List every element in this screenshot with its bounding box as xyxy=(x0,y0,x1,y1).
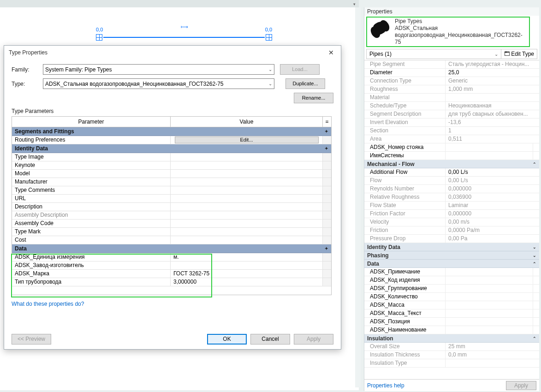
grid-value[interactable] xyxy=(171,195,323,202)
grid-row[interactable]: Type Mark xyxy=(12,228,331,236)
prop-row[interactable]: Roughness1,000 mm xyxy=(364,85,539,94)
prop-row[interactable]: Pressure Drop0,00 Pa xyxy=(364,235,539,243)
prop-value[interactable]: 25,0 xyxy=(446,69,539,77)
pipe-endpoint-left[interactable] xyxy=(96,34,102,41)
checkbox-cell[interactable] xyxy=(533,326,539,334)
grid-row[interactable]: Type Comments xyxy=(12,186,331,195)
grid-value[interactable]: 3,000000 xyxy=(171,278,323,286)
prop-row[interactable]: Relative Roughness0,036900 xyxy=(364,193,539,202)
prop-section-header[interactable]: Mechanical - Flow⌃ xyxy=(364,160,539,168)
grid-row[interactable]: Assembly Description xyxy=(12,211,331,220)
grid-row[interactable]: URL xyxy=(12,195,331,203)
grid-row[interactable]: Cost xyxy=(12,236,331,244)
grid-row[interactable]: ADSK_Единица измерениям. xyxy=(12,253,331,261)
prop-section-header[interactable]: Data⌃ xyxy=(364,260,539,268)
pipe-endpoint-right[interactable] xyxy=(266,34,272,41)
checkbox-cell[interactable] xyxy=(533,143,539,151)
prop-value[interactable] xyxy=(446,152,533,160)
prop-row[interactable]: Insulation Type xyxy=(364,359,539,368)
grid-value[interactable] xyxy=(171,211,323,219)
edit-type-button[interactable]: 🗔 Edit Type xyxy=(501,49,537,59)
prop-row[interactable]: ADSK_Примечание xyxy=(364,268,539,276)
properties-help-link[interactable]: Properties help xyxy=(367,382,404,389)
prop-section-header[interactable]: Insulation⌃ xyxy=(364,334,539,343)
filter-select[interactable]: Pipes (1) ⌄ xyxy=(367,51,501,57)
prop-row[interactable]: Flow StateLaminar xyxy=(364,202,539,210)
dialog-titlebar[interactable]: Type Properties ✕ xyxy=(4,46,341,59)
type-selector-card[interactable]: Pipe Types ADSK_Стальная водогазопроводн… xyxy=(366,17,530,47)
prop-row[interactable]: Area0,511 xyxy=(364,135,539,143)
edit-routing-button[interactable]: Edit... xyxy=(175,137,319,143)
checkbox-cell[interactable] xyxy=(533,309,539,317)
prop-row[interactable]: Invert Elevation-13,6 xyxy=(364,119,539,127)
grid-section-header[interactable]: Segments and Fittings✦ xyxy=(12,127,331,136)
grid-row[interactable]: Routing PreferencesEdit... xyxy=(12,136,331,144)
checkbox-cell[interactable] xyxy=(533,318,539,326)
prop-value[interactable] xyxy=(446,285,533,292)
prop-value[interactable] xyxy=(446,318,533,326)
prop-value[interactable] xyxy=(446,326,533,334)
prop-row[interactable]: ADSK_Код изделия xyxy=(364,276,539,285)
grid-row[interactable]: Assembly Code xyxy=(12,220,331,228)
type-select[interactable]: ADSK_Стальная водогазопроводная_Неоцинко… xyxy=(43,78,274,89)
prop-row[interactable]: Velocity0,00 m/s xyxy=(364,218,539,226)
prop-row[interactable]: Segment Descriptionдля труб сварных обык… xyxy=(364,110,539,119)
prop-row[interactable]: Section1 xyxy=(364,127,539,135)
prop-row[interactable]: ADSK_Масса_Текст xyxy=(364,309,539,318)
prop-row[interactable]: Overall Size25 mm xyxy=(364,343,539,351)
prop-value[interactable] xyxy=(446,309,533,317)
prop-value[interactable] xyxy=(446,301,533,309)
grid-value[interactable]: м. xyxy=(171,253,323,261)
checkbox-cell[interactable] xyxy=(533,301,539,309)
duplicate-button[interactable]: Duplicate... xyxy=(285,78,325,89)
prop-row[interactable]: Insulation Thickness0,0 mm xyxy=(364,351,539,359)
prop-row[interactable]: Pipe SegmentСталь углеродистая - Неоцин.… xyxy=(364,60,539,69)
grid-row[interactable]: Model xyxy=(12,170,331,178)
grid-value[interactable] xyxy=(171,203,323,211)
prop-row[interactable]: ADSK_Наименование xyxy=(364,326,539,334)
prop-row[interactable]: Material xyxy=(364,94,539,102)
cancel-button[interactable]: Cancel xyxy=(250,334,290,344)
prop-value[interactable] xyxy=(446,268,533,276)
grid-value[interactable] xyxy=(171,161,323,169)
prop-row[interactable]: Friction Factor0,000000 xyxy=(364,210,539,218)
grid-row[interactable]: ADSK_Завод-изготовитель xyxy=(12,261,331,270)
grid-value[interactable] xyxy=(171,178,323,186)
prop-row[interactable]: Diameter25,0 xyxy=(364,69,539,77)
header-equals[interactable]: = xyxy=(323,117,331,127)
panel-dock-icon[interactable] xyxy=(353,2,357,6)
prop-row[interactable]: ADSK_Масса xyxy=(364,301,539,309)
prop-row[interactable]: ADSK_Количество xyxy=(364,293,539,301)
checkbox-cell[interactable] xyxy=(533,293,539,301)
grid-row[interactable]: Description xyxy=(12,203,331,211)
prop-row[interactable]: Schedule/TypeНеоцинкованная xyxy=(364,102,539,110)
grid-section-header[interactable]: Identity Data✦ xyxy=(12,144,331,153)
checkbox-cell[interactable] xyxy=(533,152,539,160)
grid-value[interactable] xyxy=(171,153,323,161)
grid-row[interactable]: ADSK_МаркаГОСТ 3262-75 xyxy=(12,270,331,278)
prop-section-header[interactable]: Phasing⌄ xyxy=(364,251,539,260)
checkbox-cell[interactable] xyxy=(533,276,539,284)
prop-row[interactable]: Friction0,0000 Pa/m xyxy=(364,226,539,235)
canvas-scrollbar[interactable] xyxy=(355,7,361,387)
prop-row[interactable]: Reynolds Number0,000000 xyxy=(364,185,539,193)
close-icon[interactable]: ✕ xyxy=(326,46,336,59)
grid-row[interactable]: Keynote xyxy=(12,161,331,170)
grid-value[interactable]: ГОСТ 3262-75 xyxy=(171,270,323,278)
prop-value[interactable] xyxy=(446,293,533,301)
header-parameter[interactable]: Parameter xyxy=(12,117,171,127)
grid-row[interactable]: Type Image xyxy=(12,153,331,161)
prop-value[interactable] xyxy=(446,276,533,284)
grid-row[interactable]: Тип трубопровода3,000000 xyxy=(12,278,331,286)
prop-row[interactable]: ADSK_Номер стояка xyxy=(364,143,539,152)
prop-row[interactable]: Flow0,00 L/s xyxy=(364,177,539,185)
prop-section-header[interactable]: Identity Data⌄ xyxy=(364,243,539,251)
checkbox-cell[interactable] xyxy=(533,268,539,276)
prop-row[interactable]: Additional Flow0,00 L/s xyxy=(364,168,539,177)
ok-button[interactable]: OK xyxy=(207,334,247,344)
prop-row[interactable]: ИмяСистемы xyxy=(364,152,539,160)
checkbox-cell[interactable] xyxy=(533,285,539,292)
grid-section-header[interactable]: Data✦ xyxy=(12,244,331,253)
prop-row[interactable]: ADSK_Позиция xyxy=(364,318,539,326)
pipe-body[interactable] xyxy=(103,37,265,38)
